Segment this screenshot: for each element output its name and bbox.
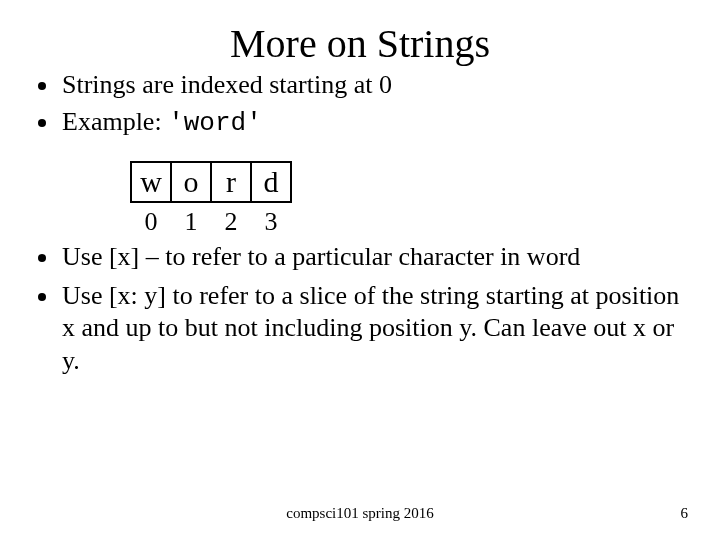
index-label: 2 <box>210 207 252 237</box>
slide: More on Strings Strings are indexed star… <box>0 0 720 540</box>
bullet-item: Use [x: y] to refer to a slice of the st… <box>60 280 680 378</box>
index-label: 3 <box>250 207 292 237</box>
char-cells: w o r d <box>130 161 680 203</box>
slide-title: More on Strings <box>40 20 680 67</box>
index-label: 0 <box>130 207 172 237</box>
string-diagram: w o r d 0 1 2 3 <box>130 161 680 237</box>
char-cell: r <box>210 161 252 203</box>
code-literal: 'word' <box>168 108 262 138</box>
bullet-text: Example: <box>62 107 168 136</box>
footer-text: compsci101 spring 2016 <box>0 505 720 522</box>
bullet-item: Use [x] – to refer to a particular chara… <box>60 241 680 274</box>
bullet-item: Example: 'word' <box>60 106 680 140</box>
bullet-item: Strings are indexed starting at 0 <box>60 69 680 102</box>
char-cell: o <box>170 161 212 203</box>
bullet-list-bottom: Use [x] – to refer to a particular chara… <box>60 241 680 377</box>
page-number: 6 <box>681 505 689 522</box>
char-cell: d <box>250 161 292 203</box>
index-row: 0 1 2 3 <box>130 207 680 237</box>
bullet-list-top: Strings are indexed starting at 0 Exampl… <box>60 69 680 139</box>
char-cell: w <box>130 161 172 203</box>
index-label: 1 <box>170 207 212 237</box>
